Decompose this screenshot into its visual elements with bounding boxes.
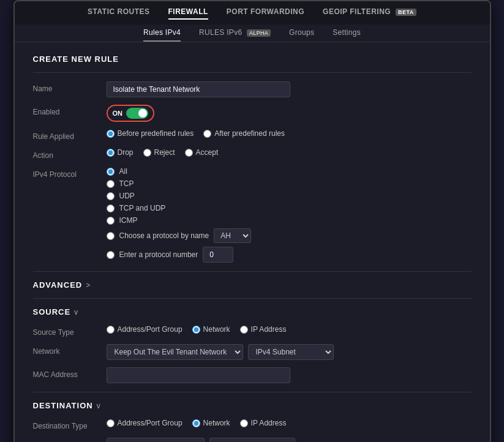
main-content: CREATE NEW RULE Name Enabled ON Rule App… [15, 42, 490, 442]
action-control: Drop Reject Accept [107, 148, 472, 157]
protocol-tcpudp-label: TCP and UDP [119, 204, 166, 212]
tab-firewall[interactable]: FIREWALL [168, 7, 208, 20]
mac-address-row: MAC Address [33, 367, 472, 383]
protocol-all-label: All [119, 167, 127, 176]
destination-section-header[interactable]: DESTINATION v [33, 401, 472, 410]
protocol-icmp-row: ICMP [107, 216, 252, 225]
dest-type-ip[interactable]: IP Address [240, 419, 287, 427]
action-row: Action Drop Reject Accept [33, 148, 472, 160]
source-type-row: Source Type Address/Port Group Network I… [33, 325, 472, 337]
source-network-row: Network Keep Out The Evil Tenant Network… [33, 344, 472, 360]
source-type-apg[interactable]: Address/Port Group [107, 325, 182, 334]
advanced-title: ADVANCED [33, 280, 83, 290]
rule-applied-row: Rule Applied Before predefined rules Aft… [33, 129, 472, 141]
advanced-chevron-icon: > [86, 281, 90, 290]
protocol-number-row: Enter a protocol number [107, 247, 252, 263]
toggle-on-label: ON [113, 110, 123, 117]
protocol-tcp-row: TCP [107, 179, 252, 188]
sub-tab-rules-ipv6[interactable]: RULES IPv6 ALPHA [199, 28, 271, 42]
enabled-row: Enabled ON [33, 105, 472, 122]
rule-applied-radio-group: Before predefined rules After predefined… [107, 129, 285, 138]
toggle-container[interactable]: ON [107, 105, 155, 122]
dest-network-label: Network [33, 438, 107, 442]
destination-chevron-icon: v [97, 402, 100, 410]
protocol-all-row: All [107, 167, 252, 176]
toggle-switch[interactable] [126, 108, 148, 119]
sub-nav-tabs: Rules IPv4 RULES IPv6 ALPHA Groups Setti… [15, 24, 490, 42]
rule-after-option[interactable]: After predefined rules [203, 129, 285, 138]
source-title: SOURCE [33, 307, 71, 317]
main-window: STATIC ROUTES FIREWALL PORT FORWARDING G… [13, 0, 491, 442]
protocol-tcp-label: TCP [119, 179, 134, 188]
source-type-label: Source Type [33, 325, 107, 337]
sub-tab-rules-ipv4[interactable]: Rules IPv4 [143, 28, 181, 42]
rule-applied-label: Rule Applied [33, 129, 107, 141]
protocol-icmp-radio[interactable] [107, 217, 115, 225]
enabled-label: Enabled [33, 105, 107, 116]
rule-before-option[interactable]: Before predefined rules [107, 129, 194, 138]
dest-type-network[interactable]: Network [192, 419, 230, 427]
create-rule-title: CREATE NEW RULE [33, 54, 472, 64]
source-network-control: Keep Out The Evil Tenant Network IPv4 Su… [107, 344, 472, 360]
protocol-udp-label: UDP [119, 192, 135, 200]
rule-applied-control: Before predefined rules After predefined… [107, 129, 472, 138]
ipv4-protocol-row: IPv4 Protocol All TCP UDP [33, 167, 472, 263]
sub-tab-settings[interactable]: Settings [333, 28, 361, 42]
source-type-control: Address/Port Group Network IP Address [107, 325, 472, 334]
source-network-type-select[interactable]: IPv4 Subnet [248, 344, 334, 360]
protocol-number-radio[interactable] [107, 251, 115, 259]
top-nav-tabs: STATIC ROUTES FIREWALL PORT FORWARDING G… [15, 7, 490, 24]
mac-address-input[interactable] [107, 367, 290, 383]
protocol-number-input[interactable] [203, 247, 233, 263]
action-drop-option[interactable]: Drop [107, 148, 134, 157]
dest-network-control: home.local IPv4 Subnet [107, 438, 472, 442]
dest-type-radio-group: Address/Port Group Network IP Address [107, 419, 287, 427]
action-radio-group: Drop Reject Accept [107, 148, 219, 157]
ipv4-control: All TCP UDP TCP and UDP [107, 167, 472, 263]
protocol-list: All TCP UDP TCP and UDP [107, 167, 252, 263]
alpha-badge: ALPHA [247, 29, 271, 37]
source-section-header[interactable]: SOURCE v [33, 307, 472, 317]
dest-network-select[interactable]: home.local [107, 438, 205, 442]
tab-port-forwarding[interactable]: PORT FORWARDING [227, 7, 304, 20]
source-type-ip[interactable]: IP Address [240, 325, 287, 334]
dest-type-apg[interactable]: Address/Port Group [107, 419, 182, 427]
mac-address-label: MAC Address [33, 367, 107, 379]
protocol-name-label: Choose a protocol by name [119, 231, 209, 240]
top-navigation: STATIC ROUTES FIREWALL PORT FORWARDING G… [15, 1, 490, 42]
protocol-number-label: Enter a protocol number [119, 250, 198, 259]
action-reject-option[interactable]: Reject [143, 148, 175, 157]
name-label: Name [33, 81, 107, 93]
source-type-network[interactable]: Network [192, 325, 230, 334]
mac-address-control [107, 367, 472, 383]
protocol-name-select[interactable]: AH ESP GRE [214, 228, 251, 243]
sub-tab-groups[interactable]: Groups [289, 28, 314, 42]
dest-network-type-select[interactable]: IPv4 Subnet [209, 438, 295, 442]
protocol-tcpudp-row: TCP and UDP [107, 204, 252, 212]
protocol-name-radio[interactable] [107, 232, 115, 240]
ipv4-label: IPv4 Protocol [33, 167, 107, 179]
protocol-name-row: Choose a protocol by name AH ESP GRE [107, 228, 252, 243]
dest-network-row: Network home.local IPv4 Subnet [33, 438, 472, 442]
action-label: Action [33, 148, 107, 160]
source-network-select[interactable]: Keep Out The Evil Tenant Network [107, 344, 243, 360]
beta-badge: BETA [396, 9, 416, 16]
dest-type-control: Address/Port Group Network IP Address [107, 419, 472, 427]
tab-geoip-filtering[interactable]: GEOIP FILTERING BETA [323, 7, 416, 20]
name-row: Name [33, 81, 472, 97]
dest-type-row: Destination Type Address/Port Group Netw… [33, 419, 472, 430]
advanced-section-header[interactable]: ADVANCED > [33, 280, 472, 290]
name-input[interactable] [107, 81, 290, 97]
action-accept-option[interactable]: Accept [185, 148, 219, 157]
destination-title: DESTINATION [33, 401, 93, 410]
protocol-udp-row: UDP [107, 192, 252, 200]
tab-static-routes[interactable]: STATIC ROUTES [88, 7, 149, 20]
name-control [107, 81, 472, 97]
protocol-tcp-radio[interactable] [107, 180, 115, 188]
protocol-tcpudp-radio[interactable] [107, 204, 115, 212]
source-type-radio-group: Address/Port Group Network IP Address [107, 325, 287, 334]
enabled-control: ON [107, 105, 472, 122]
protocol-all-radio[interactable] [107, 168, 115, 176]
protocol-udp-radio[interactable] [107, 192, 115, 200]
dest-type-label: Destination Type [33, 419, 107, 430]
